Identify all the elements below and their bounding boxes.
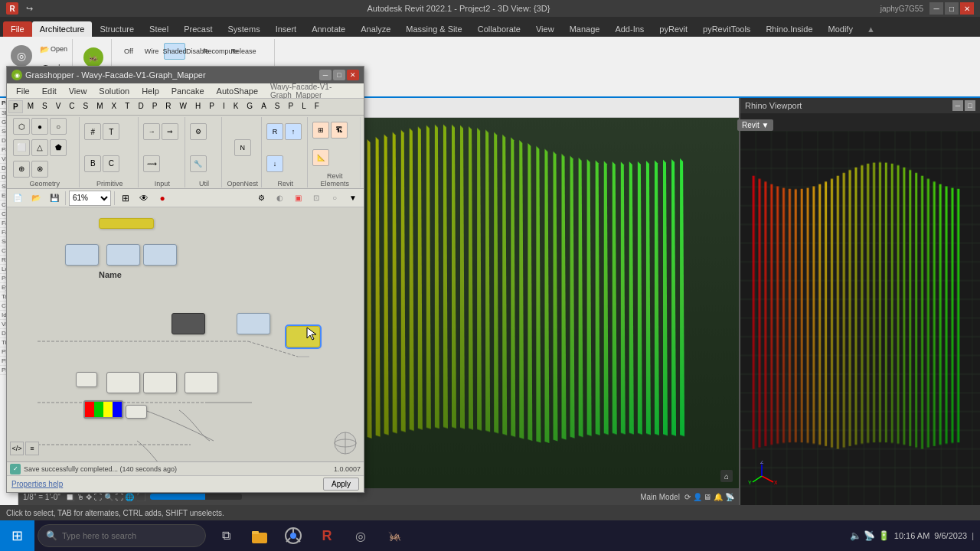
gh-menu-filename[interactable]: Wavy-Facade-V1-Graph_Mapper — [264, 81, 361, 101]
gh-menu-solution[interactable]: Solution — [93, 85, 136, 97]
gh-script-icon[interactable]: </> — [10, 442, 24, 455]
ribbon-options[interactable]: ▲ — [864, 21, 878, 37]
rhino-minimize[interactable]: ─ — [952, 100, 963, 111]
gh-tab-M2[interactable]: M — [93, 100, 106, 113]
gh-bake[interactable]: ⊡ — [309, 191, 324, 206]
release-btn[interactable]: Release — [233, 43, 254, 60]
tab-systems[interactable]: Systems — [220, 21, 267, 37]
tab-architecture[interactable]: Architecture — [32, 21, 93, 37]
gh-sphere[interactable]: ○ — [327, 191, 342, 206]
wire-btn[interactable]: Wire — [141, 43, 162, 60]
gh-zoom-selector[interactable]: 61% 75% 100% — [69, 191, 111, 206]
gh-more[interactable]: ▼ — [345, 191, 361, 206]
open-btn[interactable]: 📂Open — [38, 41, 69, 57]
taskbar-search[interactable]: 🔍 — [38, 524, 206, 547]
gh-tab-K[interactable]: K — [230, 100, 243, 113]
tab-precast[interactable]: Precast — [176, 21, 220, 37]
gh-util-btn1[interactable]: ⚙ — [190, 123, 207, 140]
gh-tab-L[interactable]: L — [298, 100, 310, 113]
tab-addins[interactable]: Add-Ins — [607, 21, 652, 37]
gh-input-btn1[interactable]: → — [143, 123, 160, 140]
gh-node-row3-3[interactable] — [143, 372, 177, 393]
gh-node-3[interactable] — [143, 244, 177, 266]
gh-geom-btn5[interactable]: △ — [31, 139, 48, 156]
gh-tab-W[interactable]: W — [176, 100, 191, 113]
tab-annotate[interactable]: Annotate — [304, 21, 353, 37]
gh-tab-S2[interactable]: S — [80, 100, 93, 113]
gh-menu-pancake[interactable]: Pancake — [165, 85, 211, 97]
grasshopper-taskbar-icon[interactable]: 🦗 — [377, 520, 411, 551]
recompute-btn[interactable]: Recompute — [210, 43, 231, 60]
gh-open-file[interactable]: 📂 — [28, 191, 44, 206]
gh-prim-btn1[interactable]: # — [84, 123, 101, 140]
tab-massing[interactable]: Massing & Site — [398, 21, 469, 37]
gh-node-dark-1[interactable] — [172, 313, 205, 334]
gh-node-2[interactable] — [106, 244, 140, 266]
gh-node-1[interactable] — [65, 244, 99, 266]
gh-tab-V[interactable]: V — [52, 100, 65, 113]
tab-analyze[interactable]: Analyze — [353, 21, 398, 37]
gh-tab-R[interactable]: R — [162, 100, 175, 113]
gh-menu-edit[interactable]: Edit — [36, 85, 63, 97]
tab-collaborate[interactable]: Collaborate — [470, 21, 528, 37]
gh-tab-C[interactable]: C — [65, 100, 78, 113]
gh-geom-btn4[interactable]: ⬜ — [13, 139, 30, 156]
tab-steel[interactable]: Steel — [142, 21, 176, 37]
file-explorer-icon[interactable] — [243, 520, 276, 551]
gh-node-row3-4[interactable] — [185, 372, 218, 393]
gh-tab-M[interactable]: M — [24, 100, 38, 113]
show-desktop[interactable]: | — [972, 531, 974, 540]
gh-tab-P2[interactable]: P — [149, 100, 162, 113]
gh-node-row3-1[interactable] — [76, 372, 97, 387]
gh-list-icon[interactable]: ≡ — [25, 442, 39, 455]
gh-tab-G[interactable]: G — [243, 100, 256, 113]
gh-geom-btn8[interactable]: ⊗ — [31, 161, 48, 178]
gh-node-5[interactable] — [126, 405, 147, 419]
qa-redo[interactable]: ↪ — [21, 1, 37, 16]
close-button[interactable]: ✕ — [960, 2, 974, 15]
taskbar-revit-icon[interactable]: R — [310, 520, 344, 551]
chrome-icon[interactable] — [276, 520, 310, 551]
gh-maximize[interactable]: □ — [333, 70, 345, 80]
gh-node-lb-2[interactable] — [237, 313, 270, 334]
gh-menu-autoshape[interactable]: AutoShape — [211, 85, 264, 97]
revit-viewport-label[interactable]: Revit ▼ — [737, 119, 773, 131]
gh-tab-S[interactable]: S — [38, 100, 51, 113]
rhino-3d-content[interactable]: X Y Z — [740, 131, 980, 505]
tab-view[interactable]: View — [528, 21, 562, 37]
tab-manage[interactable]: Manage — [562, 21, 608, 37]
gh-color-picker[interactable]: ● — [155, 191, 170, 206]
gh-geom-btn6[interactable]: ⬟ — [50, 139, 67, 156]
gh-tab-H[interactable]: H — [191, 100, 204, 113]
gh-node-selected[interactable] — [286, 326, 320, 347]
gh-prim-btn2[interactable]: T — [103, 123, 119, 140]
tab-modify[interactable]: Modify — [821, 21, 861, 37]
gh-view-toggle[interactable]: 👁 — [136, 191, 152, 206]
shaded-btn[interactable]: Shaded — [164, 43, 185, 60]
rhino-maximize[interactable]: □ — [965, 100, 975, 111]
gh-tab-P[interactable]: P — [8, 100, 23, 113]
task-view-btn[interactable]: ⧉ — [209, 520, 243, 551]
gh-preview[interactable]: ◐ — [272, 191, 287, 206]
gh-geom-btn2[interactable]: ● — [31, 118, 48, 135]
gh-geom-btn3[interactable]: ○ — [50, 118, 67, 135]
gh-node-color[interactable] — [83, 400, 123, 419]
gh-tab-D[interactable]: D — [134, 100, 147, 113]
gh-menu-help[interactable]: Help — [136, 85, 165, 97]
tab-pyrevittools[interactable]: pyRevitTools — [695, 21, 758, 37]
gh-tab-P4[interactable]: P — [284, 100, 297, 113]
gh-apply-button[interactable]: Apply — [323, 478, 359, 491]
gh-input-btn3[interactable]: ⟿ — [143, 155, 160, 172]
gh-revit-btn2[interactable]: ↑ — [285, 123, 302, 140]
off-btn[interactable]: Off — [118, 43, 139, 60]
gh-re-btn1[interactable]: ⊞ — [312, 122, 329, 139]
gh-re-btn3[interactable]: 📐 — [312, 149, 329, 166]
tab-rhinoinside[interactable]: Rhino.Inside — [758, 21, 820, 37]
gh-geom-btn1[interactable]: ⬡ — [13, 118, 30, 135]
gh-geom-btn7[interactable]: ⊕ — [13, 161, 30, 178]
start-button[interactable]: ⊞ — [0, 520, 34, 551]
gh-save-file[interactable]: 💾 — [47, 191, 62, 206]
gh-tab-A[interactable]: A — [257, 100, 270, 113]
gh-node-yellow-bar[interactable] — [99, 218, 154, 229]
gh-new-file[interactable]: 📄 — [10, 191, 25, 206]
